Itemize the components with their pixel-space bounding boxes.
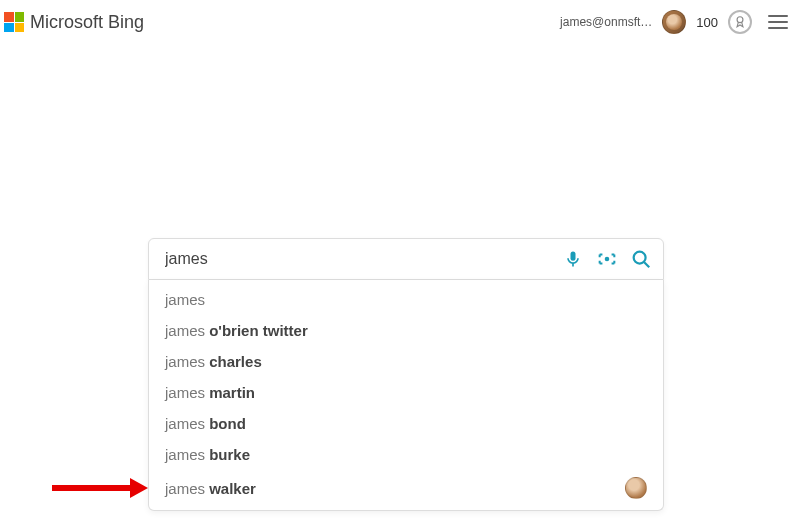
suggestion-text: james charles	[165, 353, 262, 370]
header: Microsoft Bing james@onmsft… 100	[0, 0, 800, 36]
rewards-icon[interactable]	[728, 10, 752, 34]
search-icons	[561, 247, 653, 271]
search-box	[148, 238, 664, 280]
suggestion-item[interactable]: james o'brien twitter	[149, 315, 663, 346]
suggestion-avatar	[625, 477, 647, 499]
search-wrap: jamesjames o'brien twitterjames charlesj…	[148, 238, 664, 511]
user-avatar[interactable]	[662, 10, 686, 34]
suggestion-prefix: james	[165, 353, 209, 370]
suggestion-item[interactable]: james charles	[149, 346, 663, 377]
suggestion-item[interactable]: james martin	[149, 377, 663, 408]
suggestion-item[interactable]: james bond	[149, 408, 663, 439]
suggestion-completion: charles	[209, 353, 262, 370]
suggestion-completion: burke	[209, 446, 250, 463]
bing-logo[interactable]: Microsoft Bing	[4, 12, 144, 33]
microsoft-logo-icon	[4, 12, 24, 32]
suggestion-text: james bond	[165, 415, 246, 432]
suggestions-list: jamesjames o'brien twitterjames charlesj…	[148, 280, 664, 511]
image-search-icon[interactable]	[595, 247, 619, 271]
suggestion-prefix: james	[165, 322, 209, 339]
svg-point-4	[634, 252, 646, 264]
suggestion-completion: martin	[209, 384, 255, 401]
suggestion-text: james burke	[165, 446, 250, 463]
annotation-arrow	[52, 478, 148, 498]
suggestion-text: james martin	[165, 384, 255, 401]
svg-point-0	[737, 17, 743, 23]
suggestion-item[interactable]: james	[149, 284, 663, 315]
svg-point-3	[605, 257, 610, 262]
rewards-points[interactable]: 100	[696, 15, 718, 30]
svg-line-5	[644, 262, 649, 267]
header-right: james@onmsft… 100	[560, 10, 788, 34]
account-email[interactable]: james@onmsft…	[560, 15, 652, 29]
suggestion-prefix: james	[165, 415, 209, 432]
suggestion-completion: o'brien twitter	[209, 322, 308, 339]
hamburger-menu-icon[interactable]	[768, 15, 788, 29]
suggestion-completion: bond	[209, 415, 246, 432]
suggestion-text: james	[165, 291, 205, 308]
suggestion-prefix: james	[165, 480, 209, 497]
search-button-icon[interactable]	[629, 247, 653, 271]
suggestion-prefix: james	[165, 291, 205, 308]
svg-rect-1	[571, 252, 576, 261]
suggestion-text: james o'brien twitter	[165, 322, 308, 339]
suggestion-text: james walker	[165, 480, 256, 497]
search-input[interactable]	[165, 250, 561, 268]
brand-text: Microsoft Bing	[30, 12, 144, 33]
suggestion-item[interactable]: james burke	[149, 439, 663, 470]
voice-search-icon[interactable]	[561, 247, 585, 271]
suggestion-completion: walker	[209, 480, 256, 497]
suggestion-prefix: james	[165, 446, 209, 463]
suggestion-item[interactable]: james walker	[149, 470, 663, 506]
suggestion-prefix: james	[165, 384, 209, 401]
